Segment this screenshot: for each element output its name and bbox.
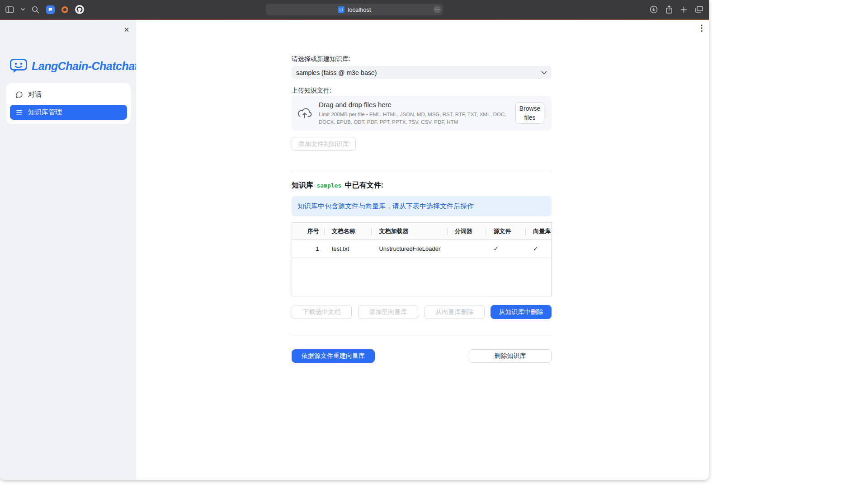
chevron-down-icon [541, 71, 547, 75]
upload-label: 上传知识文件: [292, 87, 331, 95]
sidebar-item-label: 对话 [28, 90, 42, 99]
files-heading: 知识库 samples 中已有文件: [292, 181, 383, 190]
chevron-down-icon[interactable] [21, 8, 25, 11]
add-files-button[interactable]: 添加文件到知识库 [292, 137, 356, 151]
browser-toolbar: localhost ⋯ [0, 0, 709, 19]
app-logo-text: LangChain-Chatchat [32, 60, 138, 73]
extensions-badge-icon[interactable]: ⋯ [434, 6, 441, 13]
add-to-vector-button[interactable]: 添加至向量库 [358, 305, 418, 319]
main-content: ⋮ 请选择或新建知识库: samples (faiss @ m3e-base) … [136, 20, 709, 480]
table-empty-area [292, 258, 551, 296]
cell-vector-check: ✓ [526, 240, 551, 258]
cloud-upload-icon [297, 107, 312, 119]
extension-orange-icon[interactable] [61, 6, 68, 13]
app-logo: LangChain-Chatchat [9, 58, 138, 74]
chat-logo-icon [9, 58, 28, 74]
dropzone-title: Drag and drop files here [319, 101, 512, 108]
files-heading-prefix: 知识库 [292, 181, 313, 189]
delete-kb-button[interactable]: 删除知识库 [469, 349, 552, 363]
rebuild-vector-store-button[interactable]: 依据源文件重建向量库 [292, 349, 375, 363]
header-no[interactable]: 序号 [292, 223, 325, 239]
header-splitter[interactable]: 分词器 [448, 223, 486, 239]
sidebar: ✕ LangChain-Chatchat 对话 知识库管理 [0, 20, 136, 480]
divider [292, 171, 552, 171]
files-table: 序号 文档名称 文档加载器 分词器 源文件 向量库 1 test.txt Uns… [292, 222, 552, 296]
table-header-row: 序号 文档名称 文档加载器 分词器 源文件 向量库 [292, 223, 551, 240]
knowledge-base-icon [15, 108, 23, 116]
sidebar-nav: 对话 知识库管理 [6, 83, 131, 124]
extension-blue-icon[interactable] [46, 5, 55, 14]
search-icon[interactable] [32, 6, 39, 14]
info-banner: 知识库中包含源文件与向量库，请从下表中选择文件后操作 [292, 196, 552, 216]
address-bar[interactable]: localhost ⋯ [266, 4, 443, 15]
url-text: localhost [348, 6, 371, 13]
header-vector-store[interactable]: 向量库 [526, 223, 551, 239]
new-tab-icon[interactable] [680, 6, 687, 13]
share-icon[interactable] [665, 5, 673, 14]
chat-bubble-icon [15, 91, 23, 99]
remove-from-vector-button[interactable]: 从向量库删除 [425, 305, 485, 319]
dropzone-limit-text: Limit 200MB per file • EML, HTML, JSON, … [319, 111, 512, 125]
browser-window: localhost ⋯ ✕ LangChain-Chatchat [0, 0, 709, 480]
header-doc-loader[interactable]: 文档加载器 [372, 223, 447, 239]
delete-from-kb-button[interactable]: 从知识库中删除 [491, 305, 552, 319]
site-favicon [338, 6, 344, 13]
cell-source-check: ✓ [486, 240, 526, 258]
cell-no: 1 [292, 240, 325, 258]
kb-name-code: samples [315, 182, 343, 189]
github-icon[interactable] [75, 5, 84, 14]
divider [292, 336, 552, 336]
cell-doc-loader: UnstructuredFileLoader [372, 240, 447, 258]
file-dropzone[interactable]: Drag and drop files here Limit 200MB per… [292, 96, 552, 131]
header-doc-name[interactable]: 文档名称 [325, 223, 372, 239]
header-source-file[interactable]: 源文件 [486, 223, 526, 239]
cell-splitter [448, 240, 486, 258]
kb-select-value: samples (faiss @ m3e-base) [296, 69, 377, 76]
downloads-icon[interactable] [650, 5, 658, 14]
cell-doc-name: test.txt [325, 240, 372, 258]
table-row[interactable]: 1 test.txt UnstructuredFileLoader ✓ ✓ [292, 240, 551, 258]
download-selected-button[interactable]: 下载选中文档 [292, 305, 352, 319]
sidebar-item-chat[interactable]: 对话 [10, 87, 127, 102]
sidebar-item-knowledge-base[interactable]: 知识库管理 [10, 105, 127, 120]
sidebar-item-label: 知识库管理 [28, 108, 62, 117]
kb-select-label: 请选择或新建知识库: [292, 55, 350, 63]
files-heading-suffix: 中已有文件: [345, 181, 383, 189]
sidebar-close-icon[interactable]: ✕ [122, 25, 132, 35]
browse-files-button[interactable]: Browse files [515, 102, 544, 124]
sidebar-toggle-icon[interactable] [5, 6, 14, 13]
tab-overview-icon[interactable] [695, 6, 703, 13]
kb-select[interactable]: samples (faiss @ m3e-base) [292, 66, 552, 79]
app-menu-icon[interactable]: ⋮ [697, 23, 707, 33]
